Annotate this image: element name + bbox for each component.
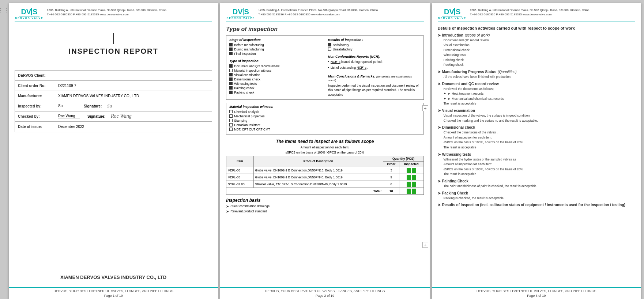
- items-title: The items need to inspect are as follows…: [226, 139, 423, 144]
- section-witnessing: ➤ Witnessing tests Witnessed the hydro t…: [438, 152, 635, 177]
- page-number2: Page 2 of 19: [316, 294, 334, 298]
- painting-body: The color and thickness of paint is chec…: [438, 184, 635, 189]
- order-value: D221109-7: [55, 81, 212, 91]
- page1-header: DV S DERVOS VALVE 1205, Building A, Inte…: [15, 8, 212, 22]
- page3-footer: DERVOS, YOUR BEST PARTNER OF VALVES, FLA…: [432, 287, 641, 299]
- page-number3: Page 3 of 19: [527, 294, 546, 298]
- footer-tagline: DERVOS, YOUR BEST PARTNER OF VALVES, FLA…: [53, 289, 173, 293]
- type-item-0: Document and QC record review: [229, 64, 322, 68]
- table-row: SYFL-02.03 Strainer valve, EN1092-1 B Co…: [226, 181, 423, 188]
- ncr-item-1: •List of outstanding NCR' s :: [328, 66, 421, 69]
- mfg-header: ➤ Manufacturing Progress Status (Quantit…: [438, 70, 635, 74]
- order-row: Client order No: D221109-7: [15, 81, 212, 91]
- footer-tagline3: DERVOS, YOUR BEST PARTNER OF VALVES, FLA…: [477, 289, 596, 293]
- report-title: INSPECTION REPORT: [69, 47, 158, 56]
- add-button-2[interactable]: +: [422, 242, 428, 248]
- order-2: 6: [383, 181, 399, 188]
- dimensional-header: ➤ Dimensional check: [438, 125, 635, 129]
- section-results: ➤ Results of Inspection (incl. calibrati…: [438, 203, 635, 208]
- basis-item-0: ➤ Client confirmation drawings: [226, 204, 423, 208]
- manufacturer-value: XIAMEN DERVOS VALVES INDUSTRY CO., LTD: [55, 91, 212, 101]
- visual-body: Visual inspection of the valves, the sur…: [438, 113, 635, 123]
- client-label: DERVOS Client:: [15, 71, 55, 80]
- section-manufacturing: ➤ Manufacturing Progress Status (Quantit…: [438, 70, 635, 80]
- page-2: DV S DERVOS VALVE 1205, Building A, Inte…: [220, 3, 429, 299]
- checked-value: Roc Wang Signature: Roc Wang: [55, 111, 212, 121]
- inspected-value: Su Signature: Su: [55, 101, 212, 111]
- inspection-grid: Stage of inspection: Before manufacturin…: [226, 35, 423, 100]
- table-row: VEFL-05 Globe valve, EN1092-1 B Connecti…: [226, 174, 423, 181]
- section-visual: ➤ Visual examination Visual inspection o…: [438, 109, 635, 123]
- col-desc: Product Description: [253, 156, 383, 167]
- details-title: Details of inspection activities carried…: [438, 26, 635, 30]
- type-item-4: Witnessing tests: [229, 82, 322, 86]
- conclusions-body: Inspector performed the visual inspectio…: [328, 83, 421, 97]
- items-note: ≤5PCS on the basis of 100% >5PCS on the …: [226, 151, 423, 154]
- info-table: DERVOS Client: Client order No: D221109-…: [15, 70, 212, 132]
- date-value: December 2022: [55, 122, 212, 132]
- results-header: ➤ Results of Inspection (incl. calibrati…: [438, 203, 635, 207]
- type-item-2: Visual examination: [229, 73, 322, 77]
- inspector-signature: Su: [107, 103, 112, 109]
- results-title: Results of inspection :: [328, 38, 421, 42]
- ncr-title: Non Conformities Reports (NCR):: [328, 55, 421, 58]
- client-row: DERVOS Client:: [15, 71, 212, 81]
- visual-header: ➤ Visual examination: [438, 109, 635, 113]
- section-qc: ➤ Document and QC record review Reviewed…: [438, 82, 635, 106]
- stage-item-0: Before manufacturing: [229, 43, 322, 47]
- company-bottom: XIAMEN DERVOS VALVES INDUSTRY CO., LTD: [15, 267, 212, 284]
- logo: DV S DERVOS VALVE: [15, 8, 44, 19]
- empty-col: [325, 103, 423, 134]
- type-item-6: Packing check: [229, 91, 322, 94]
- page-number: Page 1 of 19: [104, 294, 123, 298]
- item-0: VEFL-08: [226, 167, 253, 174]
- material-col: Material inspection witness: Chemical an…: [226, 103, 325, 134]
- logo3: DV S DERVOS VALVE: [438, 8, 467, 19]
- dimensional-body: Checked the dimensions of the valves . A…: [438, 130, 635, 150]
- items-table: Item Product Description Quantity (PCS) …: [226, 156, 423, 195]
- date-label: Date of issue:: [15, 122, 55, 132]
- witnessing-header: ➤ Witnessing tests: [438, 152, 635, 156]
- painting-header: ➤ Painting Check: [438, 179, 635, 183]
- witnessing-body: Witnessed the hydro testes of the sample…: [438, 157, 635, 177]
- order-label: Client order No:: [15, 81, 55, 91]
- page-1: DV S DERVOS VALVE 1205, Building A, Inte…: [9, 3, 218, 299]
- intro-header: ➤ Introduction (scope of work): [438, 33, 635, 37]
- logo-subtitle: DERVOS VALVE: [15, 17, 44, 19]
- manufacturer-row: Manufacturer: XIAMEN DERVOS VALVES INDUS…: [15, 91, 212, 101]
- total-row: Total: 18: [226, 188, 423, 194]
- conclusions-title: Main Conclusions & Remarks: (for details…: [328, 75, 421, 82]
- type-item-3: Dimensional check: [229, 77, 322, 81]
- page2-footer: DERVOS, YOUR BEST PARTNER OF VALVES, FLA…: [220, 287, 429, 299]
- header-contact: 1205, Building A, International Finance …: [47, 8, 166, 17]
- add-button[interactable]: +: [422, 105, 428, 111]
- type-item-5: Painting check: [229, 86, 322, 90]
- inspection-basis: Inspection basis ➤ Client confirmation d…: [226, 198, 423, 215]
- result-item-1: Unsatisfactory: [328, 48, 421, 51]
- stage-col: Stage of inspection: Before manufacturin…: [226, 36, 325, 99]
- total-insp: [399, 188, 423, 194]
- packing-header: ➤ Packing Check: [438, 191, 635, 195]
- page3-contact: 1205, Building A, International Finance …: [470, 8, 590, 17]
- material-grid: Material inspection witness: Chemical an…: [226, 103, 423, 135]
- item-2: SYFL-02.03: [226, 181, 253, 188]
- col-inspected: Inspected: [399, 161, 423, 167]
- insp-0: [399, 167, 423, 174]
- inspector-name: Su: [58, 104, 76, 108]
- report-title-section: INSPECTION REPORT: [15, 33, 212, 56]
- logo-dv: DV: [21, 8, 31, 15]
- basis-title: Inspection basis: [226, 198, 423, 203]
- section-title: Type of inspection: [226, 26, 423, 33]
- insp-2: [399, 181, 423, 188]
- items-section: The items need to inspect are as follows…: [226, 139, 423, 195]
- logo2: DV S DERVOS VALVE: [226, 8, 255, 19]
- inspected-label: Inspected by:: [15, 101, 55, 111]
- page1-footer: DERVOS, YOUR BEST PARTNER OF VALVES, FLA…: [9, 287, 218, 299]
- left-sidebar: ⋮⋮: [0, 0, 7, 299]
- page2-contact: 1205, Building A, International Finance …: [258, 8, 378, 17]
- sig-label1: Signature:: [84, 104, 106, 108]
- checker-signature: Roc Wang: [111, 113, 132, 119]
- material-title: Material inspection witness:: [229, 105, 322, 109]
- total-label: Total:: [226, 188, 383, 194]
- section-introduction: ➤ Introduction (scope of work) Document …: [438, 33, 635, 68]
